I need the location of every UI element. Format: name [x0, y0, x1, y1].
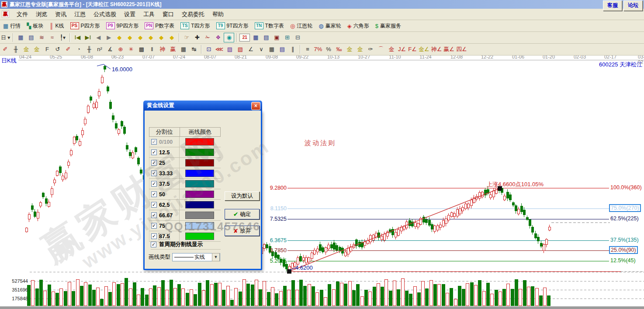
- draw-trend-angle-icon[interactable]: ∠: [246, 45, 256, 54]
- hand-tool-icon[interactable]: ☞: [182, 33, 191, 42]
- kline-button[interactable]: ║K线: [46, 22, 67, 30]
- draw-angle-icon[interactable]: ∡: [105, 45, 115, 54]
- color-swatch-66.67[interactable]: [185, 212, 214, 219]
- checkbox-66.67[interactable]: ✓: [151, 212, 157, 218]
- menu-item-文件[interactable]: 文件: [13, 9, 32, 20]
- checkbox-50[interactable]: ✓: [151, 191, 157, 197]
- checkbox-87.5[interactable]: ✓: [151, 233, 157, 239]
- p9-square-button[interactable]: P99P四方形: [103, 22, 142, 30]
- winner-wheel-button[interactable]: ◍赢家轮: [315, 22, 344, 30]
- draw-circle-center-icon[interactable]: ⊕: [116, 45, 125, 54]
- draw-gold-line-icon[interactable]: 金: [387, 45, 396, 54]
- candle-style-selector[interactable]: ╿▾: [58, 33, 67, 42]
- draw-pen-icon[interactable]: ✐: [0, 45, 10, 54]
- draw-gold-circle-icon[interactable]: 金: [345, 45, 354, 54]
- zoom-vertical-icon[interactable]: ◆: [156, 33, 166, 42]
- scroll-right-icon[interactable]: ◆: [125, 33, 135, 42]
- hexagon-button[interactable]: ◈六角形: [344, 22, 372, 30]
- checkbox-62.5[interactable]: ✓: [151, 202, 157, 208]
- menu-item-江恩[interactable]: 江恩: [70, 9, 90, 20]
- first-bar-icon[interactable]: Ⅰ◀: [73, 33, 82, 42]
- checkbox-12.5[interactable]: ✓: [151, 149, 157, 155]
- color-swatch-87.5[interactable]: [185, 233, 214, 240]
- draw-price-grid-icon[interactable]: ╫: [84, 45, 94, 54]
- draw-percent7-icon[interactable]: 7%: [313, 45, 323, 54]
- close-icon[interactable]: ×: [251, 102, 260, 110]
- draw-win-tool-icon[interactable]: 赢: [168, 45, 178, 54]
- first-period-checkbox[interactable]: ✓: [151, 242, 156, 247]
- menu-item-工具[interactable]: 工具: [139, 9, 159, 20]
- mini-trend-icon[interactable]: ≋: [37, 33, 46, 42]
- draw-gold-grid2-icon[interactable]: 金: [32, 45, 42, 54]
- draw-j-angle-icon[interactable]: J∠: [397, 45, 407, 54]
- menu-item-浏览[interactable]: 浏览: [32, 9, 51, 20]
- dialog-title-bar[interactable]: 黄金线设置 ×: [143, 101, 262, 111]
- gann-tools-icon[interactable]: ❖: [213, 33, 223, 42]
- draw-marker-pen-icon[interactable]: ✑: [366, 45, 375, 54]
- draw-percent-icon[interactable]: %: [324, 45, 333, 54]
- service-button[interactable]: 客服: [603, 0, 622, 11]
- menu-item-设置[interactable]: 设置: [120, 9, 139, 20]
- calendar-icon[interactable]: 21: [239, 34, 250, 42]
- crosshair-icon[interactable]: ✚: [192, 33, 202, 42]
- draw-pen2-icon[interactable]: ✐: [63, 45, 73, 54]
- winner-service-button[interactable]: $赢家服务: [372, 22, 404, 30]
- zoom-in-horizontal-icon[interactable]: ◆: [146, 33, 156, 42]
- gann-wheel-button[interactable]: ◎江恩轮: [287, 22, 315, 30]
- draw-channel-icon[interactable]: ▤: [277, 45, 287, 54]
- menu-item-资讯[interactable]: 资讯: [51, 9, 70, 20]
- next-bar-icon[interactable]: ▶: [104, 33, 114, 42]
- quotes-button[interactable]: ▦行情: [0, 22, 24, 30]
- p-square-button[interactable]: PSP四方形: [67, 22, 103, 30]
- network-icon[interactable]: ⊞: [282, 33, 292, 42]
- draw-arc-icon[interactable]: ⌒: [376, 45, 386, 54]
- ok-button[interactable]: ✔ 确定: [225, 209, 260, 219]
- sectors-button[interactable]: ▚板块: [24, 22, 46, 30]
- color-swatch-62.5[interactable]: [185, 201, 214, 208]
- draw-grid3-icon[interactable]: ▦: [267, 45, 277, 54]
- draw-square-of-nine-icon[interactable]: n²: [95, 45, 104, 54]
- draw-parallel-lines-icon[interactable]: ∥: [288, 45, 298, 54]
- draw-shade-grid2-icon[interactable]: ▧: [235, 45, 245, 54]
- draw-permille-icon[interactable]: ‰: [334, 45, 344, 54]
- draw-fibonacci-icon[interactable]: F: [42, 45, 52, 54]
- t9-square-button[interactable]: T99T四方形: [213, 22, 252, 30]
- color-swatch-25[interactable]: [185, 159, 214, 167]
- draw-time-circle-icon[interactable]: ◔: [74, 45, 83, 54]
- color-swatch-37.5[interactable]: [185, 180, 214, 187]
- draw-four-angle-icon[interactable]: 四∠: [456, 45, 467, 54]
- prev-bar-icon[interactable]: ◀: [93, 33, 103, 42]
- t-square-button[interactable]: TST四方形: [177, 22, 213, 30]
- draw-dense-grid-icon[interactable]: ▩: [137, 45, 146, 54]
- draw-shen-angle-icon[interactable]: 神∠: [431, 45, 443, 54]
- measure-tool-icon[interactable]: ✁: [203, 33, 212, 42]
- menu-item-窗口[interactable]: 窗口: [159, 9, 178, 20]
- set-default-button[interactable]: 设为默认: [225, 191, 260, 201]
- color-swatch-0/100[interactable]: [185, 138, 214, 146]
- color-swatch-50[interactable]: [185, 191, 214, 198]
- chevron-down-icon[interactable]: ▼: [212, 253, 220, 261]
- draw-gold-level-icon[interactable]: 金: [355, 45, 365, 54]
- zoom-out-horizontal-icon[interactable]: ◆: [135, 33, 145, 42]
- forum-button[interactable]: 论坛: [623, 0, 643, 11]
- draw-win-angle-icon[interactable]: 赢∠: [443, 45, 455, 54]
- draw-gold-angle-icon[interactable]: 金∠: [418, 45, 430, 54]
- draw-box-icon[interactable]: ⊡: [204, 45, 214, 54]
- bottom-scroll-strip[interactable]: [0, 306, 644, 309]
- menu-item-交易委托[interactable]: 交易委托: [178, 9, 208, 20]
- draw-star-icon[interactable]: ✳: [126, 45, 136, 54]
- draw-f-angle-icon[interactable]: F∠: [408, 45, 417, 54]
- scroll-left-icon[interactable]: ◆: [114, 33, 124, 42]
- info-panel-icon[interactable]: ▤: [26, 33, 36, 42]
- draw-fan-lines-icon[interactable]: ⋘: [215, 45, 224, 54]
- notepad-icon[interactable]: ▤: [261, 33, 271, 42]
- draw-shen-tool-icon[interactable]: 神: [158, 45, 167, 54]
- mini-trend2-icon[interactable]: ≈: [47, 33, 57, 42]
- checkbox-37.5[interactable]: ✓: [151, 181, 157, 187]
- checkbox-75[interactable]: ✓: [151, 223, 157, 229]
- cancel-button[interactable]: ✘ 放弃: [225, 226, 260, 236]
- printer-icon[interactable]: ⊟: [293, 33, 302, 42]
- draw-time-grid-icon[interactable]: ╫: [11, 45, 21, 54]
- new-chart-window-icon[interactable]: ▦: [16, 33, 25, 42]
- draw-ruler-grid-icon[interactable]: ▦: [179, 45, 188, 54]
